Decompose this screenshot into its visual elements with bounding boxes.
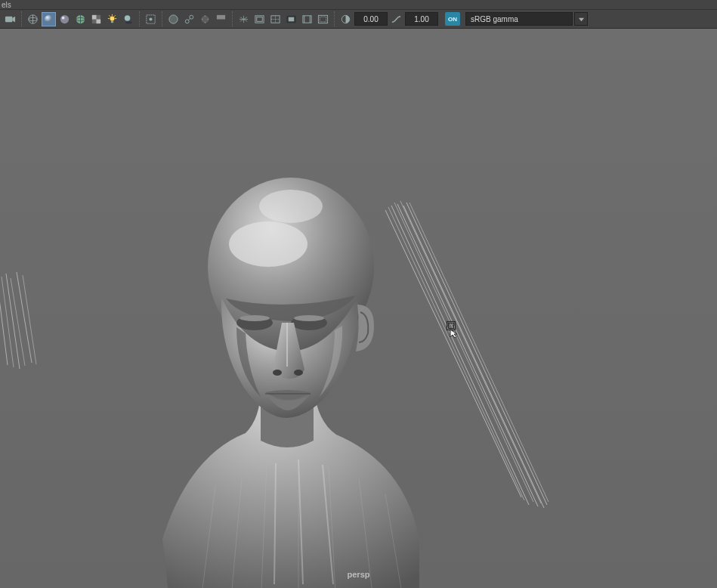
svg-point-5 xyxy=(45,14,53,23)
smooth-shade-button[interactable] xyxy=(42,12,56,26)
toolbar-separator xyxy=(334,11,335,26)
wireframe-button[interactable] xyxy=(26,12,40,26)
svg-rect-42 xyxy=(257,17,263,21)
toolbar-separator xyxy=(21,11,22,26)
xray-joints-button[interactable] xyxy=(182,12,196,26)
svg-point-75 xyxy=(240,315,270,321)
svg-point-7 xyxy=(62,16,65,19)
select-camera-button[interactable] xyxy=(3,12,17,26)
toolbar-separator xyxy=(139,11,140,26)
svg-point-72 xyxy=(259,190,323,223)
svg-rect-13 xyxy=(97,19,101,23)
svg-point-14 xyxy=(110,16,115,20)
svg-line-55 xyxy=(0,274,8,365)
head-mesh[interactable] xyxy=(147,161,442,588)
toolbar-separator xyxy=(162,11,162,26)
viewport-panel[interactable]: persp xyxy=(0,29,717,588)
svg-point-34 xyxy=(205,21,206,23)
svg-rect-47 xyxy=(289,17,295,21)
toolbar-separator xyxy=(232,11,233,26)
svg-point-21 xyxy=(125,15,131,21)
view-transform-dropdown-button[interactable] xyxy=(574,12,588,26)
svg-point-22 xyxy=(125,21,132,23)
gate-mask-button[interactable] xyxy=(284,12,298,26)
color-management-toggle-label: ON xyxy=(448,16,457,23)
svg-line-20 xyxy=(114,15,115,16)
xray-button[interactable] xyxy=(166,12,181,26)
isolate-select-button[interactable] xyxy=(144,12,158,26)
svg-point-32 xyxy=(207,18,209,20)
use-default-material-button[interactable] xyxy=(57,12,72,26)
svg-rect-36 xyxy=(217,14,225,19)
viewport-menubar[interactable]: els xyxy=(0,0,717,10)
color-management-toggle[interactable]: ON xyxy=(445,12,460,26)
no-background-gradient-button[interactable] xyxy=(214,12,228,26)
gamma-toggle-button[interactable] xyxy=(389,12,403,26)
svg-point-71 xyxy=(229,221,308,267)
svg-line-19 xyxy=(109,15,110,16)
viewport-toolbar: ON sRGB gamma xyxy=(0,10,717,29)
svg-point-33 xyxy=(205,15,206,17)
use-all-lights-button[interactable] xyxy=(105,12,119,26)
view-transform-field[interactable]: sRGB gamma xyxy=(465,12,573,26)
view-transform-label: sRGB gamma xyxy=(471,15,518,23)
shadows-button[interactable] xyxy=(121,12,135,26)
svg-point-31 xyxy=(202,18,203,20)
svg-point-6 xyxy=(60,14,69,23)
xray-components-button[interactable] xyxy=(198,12,212,26)
svg-point-76 xyxy=(294,315,324,321)
svg-rect-52 xyxy=(320,17,326,22)
hair-strands-left xyxy=(0,271,53,399)
grid-button[interactable] xyxy=(236,12,251,26)
svg-rect-12 xyxy=(92,14,97,19)
svg-point-24 xyxy=(149,17,152,20)
film-gate-button[interactable] xyxy=(252,12,267,26)
textured-button[interactable] xyxy=(89,12,104,26)
exposure-toggle-button[interactable] xyxy=(338,12,353,26)
svg-rect-15 xyxy=(111,20,113,23)
exposure-input[interactable] xyxy=(354,12,388,26)
svg-line-56 xyxy=(2,277,14,367)
svg-line-29 xyxy=(188,18,190,20)
svg-marker-54 xyxy=(578,17,583,21)
field-chart-button[interactable] xyxy=(300,12,314,26)
camera-name-label: persp xyxy=(348,570,370,579)
resolution-gate-button[interactable] xyxy=(268,12,283,26)
svg-point-78 xyxy=(294,370,303,376)
gamma-input[interactable] xyxy=(405,12,438,26)
safe-action-button[interactable] xyxy=(316,12,330,26)
svg-marker-1 xyxy=(12,16,15,22)
wire-on-shaded-button[interactable] xyxy=(73,12,88,26)
menu-label-truncated: els xyxy=(2,1,11,9)
svg-rect-0 xyxy=(5,16,12,22)
svg-point-77 xyxy=(273,370,282,376)
